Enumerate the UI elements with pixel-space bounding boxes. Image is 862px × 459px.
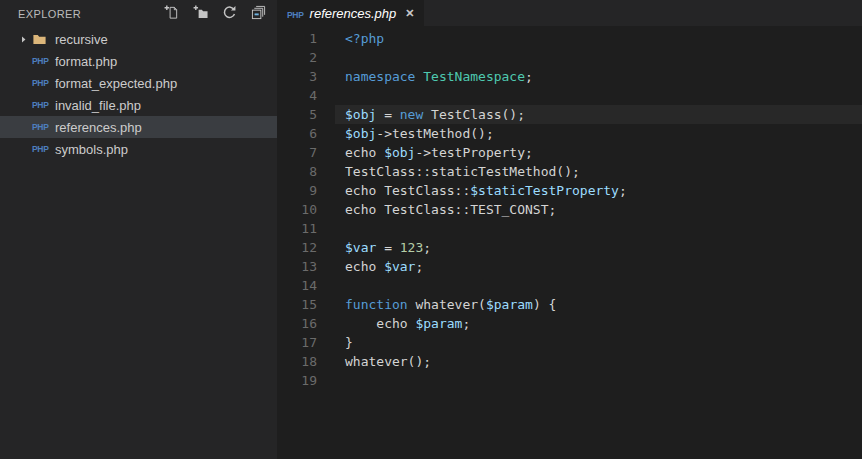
code-line: 10echo TestClass::TEST_CONST;: [277, 200, 862, 219]
explorer-header: EXPLORER: [0, 0, 277, 28]
chevron-spacer: [18, 75, 32, 91]
editor-group: PHPreferences.php✕ 1<?php23namespace Tes…: [277, 0, 862, 459]
code-line-content[interactable]: echo $param;: [335, 314, 862, 333]
code-line: 13echo $var;: [277, 257, 862, 276]
sidebar-item-invalid-file-php[interactable]: PHPinvalid_file.php: [0, 94, 277, 116]
code-line: 8TestClass::staticTestMethod();: [277, 162, 862, 181]
code-line: 3namespace TestNamespace;: [277, 67, 862, 86]
line-number: 11: [277, 219, 335, 238]
code-line: 15function whatever($param) {: [277, 295, 862, 314]
php-file-icon: PHP: [32, 53, 53, 69]
code-line: 9echo TestClass::$staticTestProperty;: [277, 181, 862, 200]
tab-bar: PHPreferences.php✕: [277, 0, 862, 26]
code-line-content[interactable]: $obj = new TestClass();: [335, 105, 862, 124]
file-label: symbols.php: [55, 142, 128, 157]
file-label: format.php: [55, 54, 117, 69]
code-line-content[interactable]: [335, 219, 862, 238]
code-line-content[interactable]: [335, 276, 862, 295]
new-folder-icon: [193, 5, 208, 24]
code-line-content[interactable]: namespace TestNamespace;: [335, 67, 862, 86]
code-line-content[interactable]: <?php: [335, 29, 862, 48]
code-editor[interactable]: 1<?php23namespace TestNamespace;45$obj =…: [277, 26, 862, 459]
file-label: recursive: [55, 32, 108, 47]
code-line: 2: [277, 48, 862, 67]
code-line: 5$obj = new TestClass();: [277, 105, 862, 124]
line-number: 13: [277, 257, 335, 276]
line-number: 6: [277, 124, 335, 143]
folder-icon: [32, 31, 53, 47]
php-file-icon: PHP: [32, 119, 53, 135]
file-label: format_expected.php: [55, 76, 177, 91]
line-number: 2: [277, 48, 335, 67]
code-line-content[interactable]: echo TestClass::$staticTestProperty;: [335, 181, 862, 200]
line-number: 12: [277, 238, 335, 257]
refresh-icon: [222, 5, 237, 24]
php-file-icon: PHP: [287, 4, 304, 22]
code-line-content[interactable]: [335, 371, 862, 390]
line-number: 4: [277, 86, 335, 105]
code-line: 7echo $obj->testProperty;: [277, 143, 862, 162]
code-line: 19: [277, 371, 862, 390]
line-number: 10: [277, 200, 335, 219]
line-number: 19: [277, 371, 335, 390]
line-number: 9: [277, 181, 335, 200]
vscode-window: EXPLORER recursivePHPformat.phpPHPformat…: [0, 0, 862, 459]
code-line: 1<?php: [277, 29, 862, 48]
line-number: 18: [277, 352, 335, 371]
code-line: 12$var = 123;: [277, 238, 862, 257]
code-line-content[interactable]: echo TestClass::TEST_CONST;: [335, 200, 862, 219]
line-number: 5: [277, 105, 335, 124]
line-number: 1: [277, 29, 335, 48]
code-line: 17}: [277, 333, 862, 352]
new-file-icon: [164, 5, 179, 24]
code-line-content[interactable]: $obj->testMethod();: [335, 124, 862, 143]
code-line: 16 echo $param;: [277, 314, 862, 333]
explorer-title: EXPLORER: [18, 8, 81, 20]
sidebar-item-format-expected-php[interactable]: PHPformat_expected.php: [0, 72, 277, 94]
file-label: invalid_file.php: [55, 98, 141, 113]
code-line-content[interactable]: [335, 86, 862, 105]
new-folder-button[interactable]: [191, 5, 209, 23]
file-list: recursivePHPformat.phpPHPformat_expected…: [0, 28, 277, 459]
line-number: 3: [277, 67, 335, 86]
code-line-content[interactable]: function whatever($param) {: [335, 295, 862, 314]
code-line: 11: [277, 219, 862, 238]
explorer-sidebar: EXPLORER recursivePHPformat.phpPHPformat…: [0, 0, 277, 459]
php-file-icon: PHP: [32, 75, 53, 91]
line-number: 7: [277, 143, 335, 162]
new-file-button[interactable]: [162, 5, 180, 23]
line-number: 15: [277, 295, 335, 314]
code-line-content[interactable]: echo $var;: [335, 257, 862, 276]
sidebar-item-recursive[interactable]: recursive: [0, 28, 277, 50]
sidebar-item-symbols-php[interactable]: PHPsymbols.php: [0, 138, 277, 160]
code-line: 6$obj->testMethod();: [277, 124, 862, 143]
chevron-spacer: [18, 97, 32, 113]
code-line: 14: [277, 276, 862, 295]
collapse-all-icon: [251, 5, 266, 24]
file-label: references.php: [55, 120, 142, 135]
collapse-all-button[interactable]: [249, 5, 267, 23]
sidebar-item-references-php[interactable]: PHPreferences.php: [0, 116, 277, 138]
explorer-toolbar: [162, 5, 267, 23]
code-line-content[interactable]: TestClass::staticTestMethod();: [335, 162, 862, 181]
line-number: 8: [277, 162, 335, 181]
sidebar-item-format-php[interactable]: PHPformat.php: [0, 50, 277, 72]
code-line: 18whatever();: [277, 352, 862, 371]
close-icon[interactable]: ✕: [405, 8, 414, 19]
chevron-spacer: [18, 119, 32, 135]
php-file-icon: PHP: [32, 141, 53, 157]
tab-references-php[interactable]: PHPreferences.php✕: [277, 0, 424, 26]
code-line: 4: [277, 86, 862, 105]
line-number: 14: [277, 276, 335, 295]
code-line-content[interactable]: echo $obj->testProperty;: [335, 143, 862, 162]
code-line-content[interactable]: }: [335, 333, 862, 352]
tab-label: references.php: [310, 6, 397, 21]
code-line-content[interactable]: whatever();: [335, 352, 862, 371]
line-number: 17: [277, 333, 335, 352]
code-line-content[interactable]: $var = 123;: [335, 238, 862, 257]
chevron-spacer: [18, 141, 32, 157]
chevron-right-icon[interactable]: [18, 31, 32, 47]
line-number: 16: [277, 314, 335, 333]
refresh-button[interactable]: [220, 5, 238, 23]
code-line-content[interactable]: [335, 48, 862, 67]
